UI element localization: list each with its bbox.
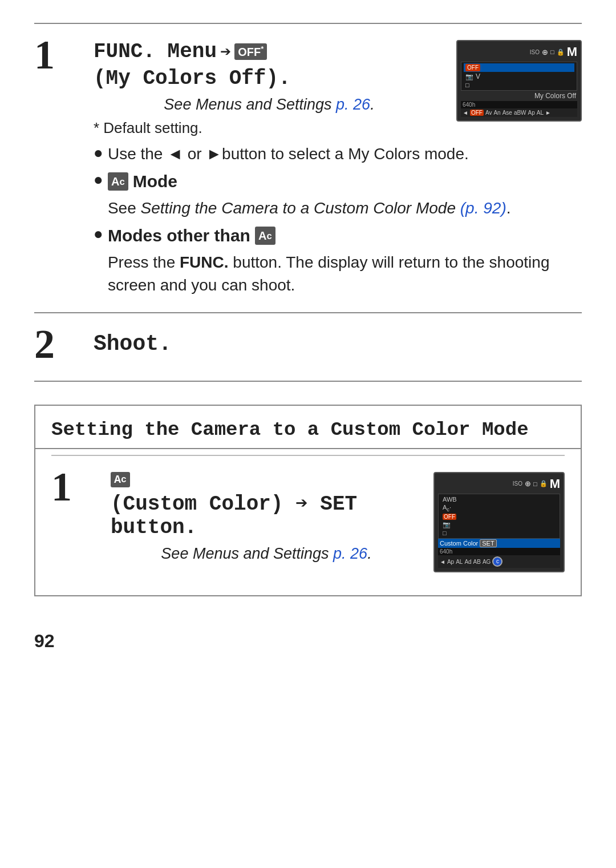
awb-label: AWB <box>443 496 457 503</box>
bullet-text-2: Ac Mode See Setting the Camera to a Cust… <box>108 169 511 219</box>
my-colors-label: My Colors Off <box>461 91 577 101</box>
bullet-item-3: ● Modes other than Ac Press the FUNC. bu… <box>94 224 582 296</box>
my-colors-off-text: (My Colors Off). <box>94 67 291 90</box>
vivid-label: V <box>476 72 480 80</box>
arrow-1: ➔ <box>220 41 231 63</box>
step-1-number: 1 <box>34 34 80 75</box>
menu-list-1: OFF 📷 V □ <box>461 62 577 91</box>
custom-menu-awb: AWB <box>441 495 557 503</box>
ab-label: AB <box>473 559 481 565</box>
set-badge: SET <box>480 539 496 547</box>
bw-label: aBW <box>514 110 526 116</box>
custom-top-icons: ISO ⊕ □ 🔒 M <box>438 477 560 491</box>
off-red-icon: OFF <box>443 514 456 520</box>
step-2-section: 2 Shoot. <box>34 312 582 382</box>
ag-label: AG <box>483 559 491 565</box>
box-header: Setting the Camera to a Custom Color Mod… <box>35 406 581 449</box>
ac-selected-circle: c <box>492 556 502 567</box>
arrow-right-icon: ► <box>545 110 551 116</box>
custom-color-screen: ISO ⊕ □ 🔒 M AWB Ac· OF <box>433 472 565 572</box>
camera-top-icons: ISO ⊕ □ 🔒 M <box>461 45 577 59</box>
av-label: Av <box>485 110 492 116</box>
arrow-left-icon: ◄ <box>463 110 468 116</box>
custom-iso-icon: ISO <box>513 481 522 487</box>
custom-menu-list: AWB Ac· OFF 📷 □ <box>438 494 560 539</box>
custom-color-step-text: (Custom Color) ➔ SET button. <box>111 491 422 539</box>
see-menus-link-box[interactable]: p. 26 <box>333 545 367 562</box>
off-text: OFF <box>470 110 484 116</box>
al-label: AL <box>456 559 463 565</box>
resolution-label: 640h <box>463 102 475 108</box>
box-step-1-section: 1 ISO ⊕ □ 🔒 M AWB <box>51 455 565 584</box>
camera-screen-1: ISO ⊕ □ 🔒 M OFF 📷 V □ My Colors Off <box>456 40 582 122</box>
ac-menu-icon: Ac· <box>443 504 451 512</box>
box-header-title: Setting the Camera to a Custom Color Mod… <box>51 417 565 442</box>
or-text: or <box>188 145 202 163</box>
neutral-icon: □ <box>465 82 469 88</box>
circle-icon: ⊕ <box>542 48 548 56</box>
p92-link[interactable]: (p. 92) <box>460 199 506 217</box>
an-label: An <box>493 110 500 116</box>
custom-menu-sq: □ <box>441 529 557 537</box>
bullet-item-2: ● Ac Mode See Setting the Camera to a Cu… <box>94 169 582 219</box>
step-1-title: FUNC. Menu ➔ OFF* (My Colors Off). <box>94 40 445 90</box>
box-body: 1 ISO ⊕ □ 🔒 M AWB <box>35 455 581 595</box>
custom-ac-badge: Ac <box>111 472 130 487</box>
shoot-text: Shoot. <box>94 332 172 356</box>
bullet-dot-3: ● <box>94 224 103 244</box>
mode-M: M <box>567 45 577 59</box>
custom-lock-icon: 🔒 <box>540 480 548 487</box>
box-step-1-content: ISO ⊕ □ 🔒 M AWB Ac· OF <box>111 472 565 572</box>
default-note: * Default setting. <box>94 119 582 137</box>
custom-menu-off: OFF <box>441 513 557 520</box>
page-number: 92 <box>34 631 582 652</box>
ac-badge-2: Ac <box>255 227 275 245</box>
v-icon: 📷 <box>443 521 451 528</box>
bullet-item-1: ● Use the ◄ or ►button to select a My Co… <box>94 143 582 165</box>
custom-arrow-left: ◄ <box>440 559 445 565</box>
p-label: Ap <box>528 110 535 116</box>
ad-label: Ad <box>464 559 471 565</box>
step-1-content: ISO ⊕ □ 🔒 M OFF 📷 V □ My Colors Off <box>94 40 582 301</box>
see-menus-link-1[interactable]: p. 26 <box>336 96 370 113</box>
vivid-icon: 📷 <box>465 73 473 80</box>
step-1-section: 1 ISO ⊕ □ 🔒 M OFF 📷 V □ <box>34 23 582 312</box>
off-icon-badge: OFF <box>465 64 480 71</box>
custom-mode-M: M <box>550 477 560 491</box>
l-label: AL <box>537 110 544 116</box>
bullet-dot-1: ● <box>94 143 103 163</box>
ac-mode-title: Ac Mode <box>108 169 511 193</box>
menu-item-vivid: 📷 V <box>464 72 574 81</box>
lock-icon: 🔒 <box>557 49 565 56</box>
custom-color-label: Custom Color SET <box>438 539 560 548</box>
off-star-badge: OFF* <box>234 43 267 60</box>
custom-resolution: 640h <box>440 548 452 555</box>
status-bar-1: 640h <box>461 101 577 108</box>
box-section: Setting the Camera to a Custom Color Mod… <box>34 405 582 596</box>
sq-icon: □ <box>443 530 447 536</box>
custom-status-bar: 640h <box>438 548 560 555</box>
bullet-dot-2: ● <box>94 169 103 190</box>
ac-badge-1: Ac <box>108 172 128 191</box>
step-2-number: 2 <box>34 324 80 365</box>
custom-circle-icon: ⊕ <box>525 479 531 488</box>
iso-icon: ISO <box>530 49 540 55</box>
square-icon: □ <box>550 49 554 55</box>
bottom-bar-1: ◄ OFF Av An Ase aBW Ap AL ► <box>461 108 577 117</box>
func-menu-text: FUNC. Menu <box>94 40 217 63</box>
se-label: Ase <box>502 110 512 116</box>
step-2-title: Shoot. <box>94 332 582 356</box>
custom-bottom-bar: ◄ Ap AL Ad AB AG c <box>438 555 560 568</box>
bullet-text-3: Modes other than Ac Press the FUNC. butt… <box>108 224 582 296</box>
menu-item-off: OFF <box>464 63 574 72</box>
modes-other-title: Modes other than Ac <box>108 224 582 248</box>
menu-item-neutral: □ <box>464 81 574 89</box>
box-step-1-number: 1 <box>51 466 97 507</box>
bullet-section-1: ● Use the ◄ or ►button to select a My Co… <box>94 143 582 296</box>
bullet-text-1: Use the ◄ or ►button to select a My Colo… <box>108 143 469 165</box>
ap-label: Ap <box>447 559 454 565</box>
custom-menu-v: 📷 <box>441 520 557 529</box>
custom-menu-ac: Ac· <box>441 503 557 513</box>
custom-color-text: Custom Color <box>440 540 478 547</box>
step-2-content: Shoot. <box>94 332 582 362</box>
